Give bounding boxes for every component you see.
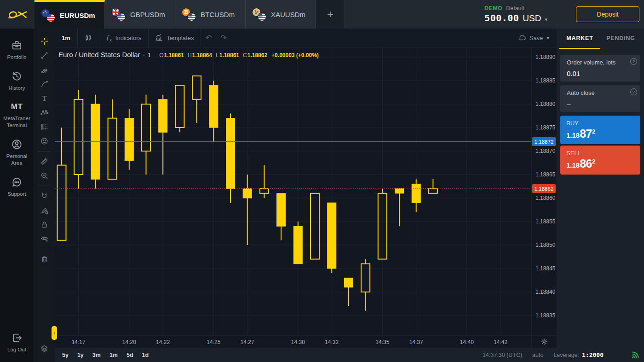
question-icon[interactable] bbox=[630, 58, 637, 65]
candle-14:27 bbox=[243, 189, 252, 198]
xau-usd-pair-flag bbox=[252, 8, 266, 21]
sell-button[interactable]: SELL 1.18 86 2 bbox=[560, 146, 640, 175]
range-3m[interactable]: 3m bbox=[92, 352, 101, 358]
brush-icon bbox=[40, 80, 48, 88]
position-tool-icon bbox=[40, 123, 48, 131]
candle-14:31 bbox=[310, 193, 319, 259]
tool-draw-lock[interactable] bbox=[34, 203, 55, 217]
sidebar-item-metatrader-terminal[interactable]: MTMetaTrader Terminal bbox=[0, 97, 34, 134]
ask-price-tag: 1.18872 bbox=[532, 137, 556, 146]
svg-text:14:30: 14:30 bbox=[291, 339, 305, 345]
pitchfork-icon bbox=[40, 66, 48, 74]
last-price-tag: 1.18862 bbox=[532, 184, 556, 193]
tool-brush[interactable] bbox=[34, 77, 55, 91]
sidebar-item-portfolio[interactable]: Portfolio bbox=[0, 35, 34, 66]
order-tab-market[interactable]: MARKET bbox=[559, 29, 600, 49]
sidebar-item-support[interactable]: Support bbox=[0, 172, 34, 203]
tool-text-tool[interactable] bbox=[34, 91, 55, 105]
range-1m[interactable]: 1m bbox=[109, 352, 118, 358]
chart-area[interactable]: 1.188901.188851.188801.188751.188701.188… bbox=[55, 47, 557, 348]
sidebar: PortfolioHistoryMTMetaTrader TerminalPer… bbox=[0, 29, 34, 362]
range-1d[interactable]: 1d bbox=[142, 352, 149, 358]
candle-14:23 bbox=[175, 85, 184, 128]
range-5y[interactable]: 5y bbox=[62, 352, 69, 358]
undo-button[interactable]: ↶ bbox=[201, 33, 216, 43]
tool-eye[interactable] bbox=[34, 232, 55, 246]
redo-button[interactable]: ↷ bbox=[216, 33, 231, 43]
candle-14:26 bbox=[226, 118, 235, 189]
tab-label: EURUSDm bbox=[60, 12, 95, 19]
tool-pitchfork[interactable] bbox=[34, 63, 55, 77]
templates-button[interactable]: Templates bbox=[149, 29, 201, 47]
tool-pattern[interactable] bbox=[34, 105, 55, 120]
account-switcher[interactable]: DEMO Default 500.00 USD ▾ bbox=[484, 5, 547, 23]
tool-trend-line[interactable] bbox=[34, 48, 55, 63]
ohlc-key: C bbox=[243, 52, 247, 58]
interval-button[interactable]: 1m bbox=[55, 35, 77, 41]
ohlc-value: 1.18861 bbox=[219, 52, 239, 58]
deposit-button[interactable]: Deposit bbox=[576, 6, 639, 22]
sell-price-prefix: 1.18 bbox=[566, 161, 580, 169]
symbol-tab-eurusdm[interactable]: EURUSDm bbox=[34, 0, 105, 29]
symbol-tab-btcusdm[interactable]: BTCUSDm bbox=[175, 0, 246, 29]
auto-close-card[interactable]: Auto close – bbox=[560, 85, 640, 112]
sidebar-item-history[interactable]: History bbox=[0, 66, 34, 97]
sidebar-item-label: History bbox=[9, 85, 25, 92]
timezone-mode[interactable]: auto bbox=[532, 352, 543, 358]
eur-usd-pair-flag bbox=[41, 9, 55, 22]
order-panel: MARKETPENDING Order volume, lots 0.01 Au… bbox=[557, 29, 644, 362]
range-1y[interactable]: 1y bbox=[77, 352, 84, 358]
svg-text:1.18865: 1.18865 bbox=[535, 171, 556, 178]
svg-text:1.18855: 1.18855 bbox=[535, 218, 556, 225]
leverage: Leverage: 1:2000 bbox=[553, 351, 604, 358]
tool-zoom-in[interactable] bbox=[34, 169, 55, 183]
object-tree-collapse-handle[interactable]: ‹ bbox=[52, 326, 57, 340]
auto-close-value[interactable]: – bbox=[567, 100, 634, 108]
clock[interactable]: 14:37:30 (UTC) bbox=[483, 352, 522, 358]
svg-text:14:25: 14:25 bbox=[207, 339, 220, 345]
tool-ruler[interactable] bbox=[34, 154, 55, 169]
symbol-title: Euro / United States Dollar bbox=[58, 51, 140, 58]
tool-trash[interactable] bbox=[34, 252, 55, 266]
tool-position-tool[interactable] bbox=[34, 120, 55, 134]
add-symbol-tab[interactable]: + bbox=[316, 0, 345, 29]
time-axis-settings[interactable] bbox=[532, 336, 557, 348]
exness-logo[interactable] bbox=[0, 0, 34, 29]
mt-badge: MT bbox=[11, 102, 23, 112]
object-layers-button[interactable] bbox=[34, 341, 55, 356]
symbol-tab-gbpusdm[interactable]: GBPUSDm bbox=[105, 0, 175, 29]
tool-lock[interactable] bbox=[34, 217, 55, 232]
svg-text:14:42: 14:42 bbox=[494, 339, 507, 345]
time-axis-labels[interactable]: 14:1714:2014:2214:2514:2714:3014:3214:35… bbox=[72, 339, 508, 345]
chart-type-button[interactable] bbox=[78, 29, 99, 47]
leverage-label: Leverage: bbox=[553, 352, 579, 358]
save-button[interactable]: Save ▾ bbox=[518, 34, 557, 41]
sidebar-item-personal-area[interactable]: Personal Area bbox=[0, 134, 34, 172]
buy-button[interactable]: BUY 1.18 87 2 bbox=[560, 116, 640, 144]
symbol-tabs: EURUSDmGBPUSDmBTCUSDmXAUUSDm bbox=[34, 0, 316, 29]
buy-label: BUY bbox=[566, 120, 634, 127]
order-volume-card[interactable]: Order volume, lots 0.01 bbox=[560, 55, 640, 82]
order-volume-value[interactable]: 0.01 bbox=[567, 70, 634, 77]
tool-crosshair[interactable] bbox=[34, 34, 55, 48]
symbol-tab-xauusdm[interactable]: XAUUSDm bbox=[246, 0, 316, 29]
range-5d[interactable]: 5d bbox=[126, 352, 133, 358]
plus-icon: + bbox=[327, 8, 334, 21]
question-icon[interactable] bbox=[630, 88, 637, 95]
candle-14:32 bbox=[328, 203, 336, 269]
tool-magnet[interactable] bbox=[34, 189, 55, 203]
logout-button[interactable]: Log Out bbox=[0, 327, 34, 358]
price-change: +0.00003 (+0.00%) bbox=[271, 52, 319, 58]
ohlc-value: 1.18864 bbox=[192, 52, 212, 58]
candle-14:25 bbox=[209, 85, 218, 128]
caret-down-icon: ▾ bbox=[545, 17, 547, 23]
ohlc-value: 1.18862 bbox=[247, 52, 267, 58]
cloud-icon bbox=[518, 34, 526, 41]
connection-signal-icon bbox=[631, 351, 639, 359]
order-tab-pending[interactable]: PENDING bbox=[600, 29, 641, 49]
candle-14:36 bbox=[395, 189, 404, 193]
tool-emoji[interactable] bbox=[34, 134, 55, 148]
sidebar-item-label: Portfolio bbox=[7, 54, 26, 61]
indicators-button[interactable]: ƒx Indicators bbox=[99, 29, 148, 47]
svg-text:14:40: 14:40 bbox=[460, 339, 474, 345]
